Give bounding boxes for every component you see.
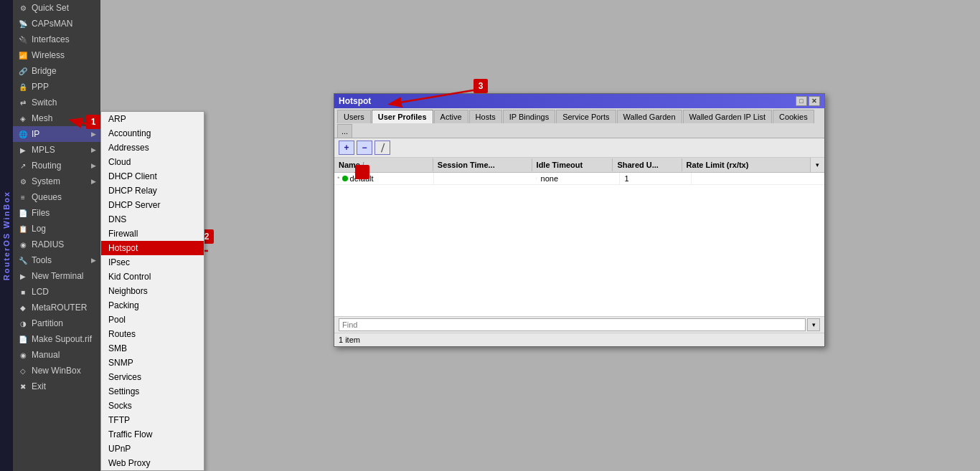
col-header-rate: Rate Limit (rx/tx)	[682, 158, 810, 171]
sidebar-item-log[interactable]: 📋Log	[13, 221, 100, 237]
sidebar-label-quick-set: Quick Set	[32, 3, 69, 13]
sidebar-item-interfaces[interactable]: 🔌Interfaces	[13, 32, 100, 47]
sidebar-item-ppp[interactable]: 🔒PPP	[13, 79, 100, 95]
sidebar-label-log: Log	[32, 224, 46, 234]
sidebar-label-queues: Queues	[32, 192, 62, 202]
sidebar-label-make-supout: Make Supout.rif	[32, 334, 92, 344]
sidebar-label-new-winbox: New WinBox	[32, 366, 81, 376]
tab-walled-garden[interactable]: Walled Garden	[617, 110, 682, 123]
sidebar-item-partition[interactable]: ◑Partition	[13, 315, 100, 331]
sidebar-label-wireless: Wireless	[32, 50, 65, 60]
sidebar-item-system[interactable]: ⚙System▶	[13, 173, 100, 189]
submenu-item-dhcp-client[interactable]: DHCP Client	[101, 169, 204, 184]
minimize-button[interactable]: □	[796, 96, 807, 106]
badge-1: 1	[86, 115, 100, 129]
submenu-item-dns[interactable]: DNS	[101, 212, 204, 227]
submenu-item-ipsec[interactable]: IPsec	[101, 255, 204, 270]
submenu-item-tftp[interactable]: TFTP	[101, 413, 204, 427]
submenu-item-arp[interactable]: ARP	[101, 112, 204, 126]
submenu-item-upnp[interactable]: UPnP	[101, 442, 204, 456]
cell-name: * default	[334, 173, 434, 184]
submenu-item-pool[interactable]: Pool	[101, 313, 204, 327]
log-icon: 📋	[17, 223, 29, 234]
sidebar-item-lcd[interactable]: ■LCD	[13, 284, 100, 300]
quick-set-icon: ⚙	[17, 2, 29, 14]
tab-walled-garden-ip-list[interactable]: Walled Garden IP List	[683, 110, 772, 123]
sidebar-label-manual: Manual	[32, 350, 60, 360]
tabs-bar: UsersUser ProfilesActiveHostsIP Bindings…	[334, 108, 824, 138]
tab-user-profiles[interactable]: User Profiles	[372, 110, 433, 123]
status-bar: 1 item	[334, 333, 824, 346]
routing-icon: ↗	[17, 160, 29, 171]
tab-hosts[interactable]: Hosts	[469, 110, 502, 123]
submenu-item-settings[interactable]: Settings	[101, 384, 204, 399]
sidebar-label-lcd: LCD	[32, 287, 49, 297]
sidebar-item-queues[interactable]: ≡Queues	[13, 189, 100, 205]
submenu-item-traffic-flow[interactable]: Traffic Flow	[101, 427, 204, 442]
find-input[interactable]	[339, 318, 806, 331]
cell-shared: 1	[620, 173, 692, 184]
submenu-item-snmp[interactable]: SNMP	[101, 356, 204, 370]
sidebar-label-exit: Exit	[32, 381, 46, 391]
tools-arrow-icon: ▶	[91, 257, 96, 264]
manual-icon: ◉	[17, 349, 29, 361]
submenu-item-cloud[interactable]: Cloud	[101, 155, 204, 169]
tab-service-ports[interactable]: Service Ports	[556, 110, 616, 123]
sidebar-item-mpls[interactable]: ▶MPLS▶	[13, 142, 100, 158]
sidebar-item-exit[interactable]: ✖Exit	[13, 379, 100, 394]
submenu-item-packing[interactable]: Packing	[101, 298, 204, 313]
sidebar-item-metarouter[interactable]: ◆MetaROUTER	[13, 300, 100, 315]
lcd-icon: ■	[17, 286, 29, 298]
search-bar: ▾	[334, 316, 824, 333]
remove-button[interactable]: −	[357, 141, 372, 155]
sidebar-label-ip: IP	[32, 129, 39, 139]
submenu-item-routes[interactable]: Routes	[101, 327, 204, 341]
sidebar-menu: ⚙Quick Set📡CAPsMAN🔌Interfaces📶Wireless🔗B…	[13, 0, 100, 471]
sidebar-item-make-supout[interactable]: 📄Make Supout.rif	[13, 331, 100, 347]
tab-users[interactable]: Users	[337, 110, 371, 123]
tab-more[interactable]: ...	[337, 124, 352, 138]
interfaces-icon: 🔌	[17, 34, 29, 45]
submenu-item-accounting[interactable]: Accounting	[101, 126, 204, 141]
find-dropdown[interactable]: ▾	[807, 318, 820, 331]
close-button[interactable]: ✕	[809, 96, 820, 106]
bridge-icon: 🔗	[17, 65, 29, 77]
window-titlebar: Hotspot □ ✕	[334, 94, 824, 108]
sidebar-item-quick-set[interactable]: ⚙Quick Set	[13, 0, 100, 16]
hotspot-window: Hotspot □ ✕ UsersUser ProfilesActiveHost…	[334, 93, 825, 347]
sidebar-item-wireless[interactable]: 📶Wireless	[13, 47, 100, 63]
filter-button[interactable]: ⧸	[374, 141, 390, 155]
submenu-item-smb[interactable]: SMB	[101, 341, 204, 356]
sidebar-item-tools[interactable]: 🔧Tools▶	[13, 252, 100, 268]
submenu-item-addresses[interactable]: Addresses	[101, 141, 204, 155]
sidebar-item-routing[interactable]: ↗Routing▶	[13, 158, 100, 173]
tab-ip-bindings[interactable]: IP Bindings	[503, 110, 555, 123]
submenu-item-dhcp-relay[interactable]: DHCP Relay	[101, 184, 204, 198]
submenu-item-services[interactable]: Services	[101, 370, 204, 384]
sidebar-item-new-winbox[interactable]: ◇New WinBox	[13, 363, 100, 379]
radius-icon: ◉	[17, 239, 29, 250]
tab-active[interactable]: Active	[434, 110, 468, 123]
submenu-item-neighbors[interactable]: Neighbors	[101, 284, 204, 298]
submenu-item-hotspot[interactable]: Hotspot	[101, 241, 204, 255]
table-row[interactable]: * default none 1	[334, 173, 824, 185]
column-dropdown[interactable]: ▾	[810, 158, 824, 172]
sidebar-item-radius[interactable]: ◉RADIUS	[13, 237, 100, 252]
tab-cookies[interactable]: Cookies	[773, 110, 814, 123]
submenu-item-socks[interactable]: Socks	[101, 399, 204, 413]
capsman-icon: 📡	[17, 18, 29, 29]
sidebar-item-files[interactable]: 📄Files	[13, 205, 100, 221]
add-button[interactable]: +	[339, 141, 354, 155]
sidebar-item-manual[interactable]: ◉Manual	[13, 347, 100, 363]
sidebar-item-switch[interactable]: ⇄Switch	[13, 95, 100, 110]
sidebar-label-radius: RADIUS	[32, 239, 64, 249]
submenu-item-dhcp-server[interactable]: DHCP Server	[101, 198, 204, 212]
ip-arrow-icon: ▶	[91, 130, 96, 138]
sidebar-item-capsman[interactable]: 📡CAPsMAN	[13, 16, 100, 32]
submenu-item-firewall[interactable]: Firewall	[101, 227, 204, 241]
sidebar-item-new-terminal[interactable]: ▶New Terminal	[13, 268, 100, 284]
submenu-item-web-proxy[interactable]: Web Proxy	[101, 456, 204, 470]
sidebar-item-bridge[interactable]: 🔗Bridge	[13, 63, 100, 79]
submenu-item-kid-control[interactable]: Kid Control	[101, 270, 204, 284]
cell-idle: none	[537, 173, 621, 184]
